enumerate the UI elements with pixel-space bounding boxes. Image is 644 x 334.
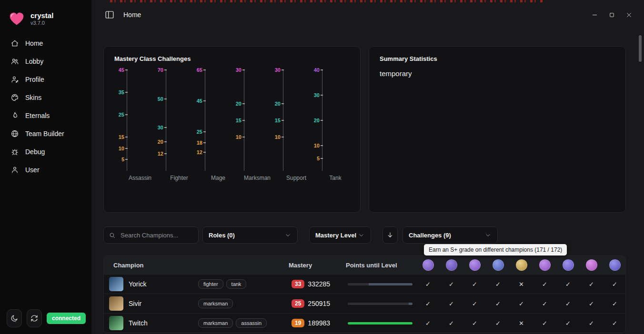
- champion-portrait: [109, 277, 123, 291]
- champion-name: Yorick: [129, 280, 198, 288]
- axis-tick-label: 20: [310, 118, 320, 123]
- check-icon: ✓: [612, 281, 617, 288]
- sidebar-footer: connected: [0, 309, 91, 327]
- sort-direction-button[interactable]: [382, 226, 398, 244]
- challenge-icon[interactable]: [563, 259, 574, 271]
- check-icon: ✓: [542, 281, 547, 288]
- y-axis-line: [127, 70, 127, 171]
- axis-tick-label: 5: [310, 156, 320, 161]
- axis-tick-label: 20: [271, 101, 281, 106]
- sidebar-item-lobby[interactable]: Lobby: [6, 53, 86, 69]
- champions-table-header: Champion Mastery Points until Level: [104, 256, 625, 274]
- search-icon: [109, 232, 116, 239]
- sidebar-item-debug[interactable]: Debug: [6, 144, 86, 160]
- sidebar-item-user[interactable]: User: [6, 162, 86, 178]
- sidebar-toggle-icon[interactable]: [104, 10, 115, 20]
- points-progress-bar: [348, 303, 413, 305]
- refresh-button[interactable]: [27, 309, 42, 327]
- check-icon: ✓: [449, 281, 454, 288]
- mastery-level-dropdown[interactable]: Mastery Level: [309, 226, 371, 244]
- mastery-level-badge: 19: [292, 319, 304, 327]
- titlebar: Home: [92, 0, 644, 29]
- check-icon: ✓: [589, 300, 594, 307]
- sidebar-item-eternals[interactable]: Eternals: [6, 108, 86, 124]
- axis-tick-mark: [321, 158, 323, 159]
- chart-category-label: Assassin: [114, 175, 153, 181]
- axis-tick-mark: [125, 159, 128, 160]
- check-icon: ✓: [425, 300, 431, 307]
- roles-dropdown-label: Roles (0): [209, 232, 235, 239]
- check-icon: ✓: [612, 300, 617, 307]
- challenge-icon[interactable]: [586, 259, 597, 271]
- scrollbar-thumb[interactable]: [639, 35, 642, 62]
- sidebar-item-team-builder[interactable]: Team Builder: [6, 126, 86, 142]
- roles-dropdown[interactable]: Roles (0): [202, 226, 298, 244]
- table-row-twitch[interactable]: Twitchmarksmanassassin19189983✓✓✓✓✕✓✓✓✓: [104, 313, 625, 333]
- role-tags: marksman: [198, 299, 233, 308]
- chart-category-label: Marksman: [231, 175, 271, 181]
- check-icon: ✓: [449, 320, 454, 327]
- scrollbar-track: [639, 29, 642, 331]
- challenge-icon[interactable]: [493, 259, 504, 271]
- challenges-dropdown[interactable]: Challenges (9): [402, 226, 498, 244]
- app-window: crystal v3.7.0 HomeLobbyProfileSkinsEter…: [0, 0, 644, 334]
- axis-tick-mark: [164, 127, 167, 128]
- sidebar-item-home[interactable]: Home: [6, 35, 86, 51]
- sidebar-item-profile[interactable]: Profile: [6, 71, 86, 88]
- table-row-sivir[interactable]: Sivirmarksman25250915✓✓✓✓✓✓✓✓✓: [104, 294, 625, 313]
- axis-tick-mark: [282, 120, 284, 121]
- close-button[interactable]: [620, 7, 637, 22]
- challenge-icon[interactable]: [516, 259, 527, 271]
- chart-category-label: Mage: [192, 175, 231, 181]
- cross-icon: ✕: [519, 281, 524, 288]
- check-icon: ✓: [565, 281, 571, 288]
- challenge-icon[interactable]: [423, 259, 434, 271]
- chart-group-tank: 403020105Tank: [310, 70, 349, 181]
- minimize-button[interactable]: [586, 7, 603, 22]
- chevron-down-icon: [284, 232, 292, 239]
- axis-tick-label: 25: [114, 112, 124, 118]
- axis-tick-label: 5: [114, 157, 124, 162]
- mastery-level-dropdown-label: Mastery Level: [315, 232, 356, 239]
- challenge-icon[interactable]: [609, 259, 621, 271]
- axis-tick-label: 50: [153, 96, 163, 101]
- check-icon: ✓: [495, 320, 501, 327]
- check-icon: ✓: [495, 300, 501, 307]
- points-progress-bar: [348, 322, 413, 324]
- check-icon: ✓: [542, 300, 547, 307]
- search-champions-input[interactable]: [120, 231, 193, 239]
- axis-tick-mark: [282, 103, 284, 104]
- page-title: Home: [123, 11, 141, 19]
- check-icon: ✓: [425, 281, 431, 288]
- challenges-dropdown-label: Challenges (9): [409, 232, 451, 239]
- theme-toggle-button[interactable]: [7, 309, 22, 327]
- table-row-yorick[interactable]: Yorickfightertank33332285✓✓✓✓✕✓✓✓✓: [104, 274, 625, 294]
- champion-portrait: [109, 316, 123, 330]
- home-icon: [10, 39, 19, 48]
- user-icon: [10, 166, 19, 174]
- axis-tick-mark: [125, 92, 128, 93]
- axis-tick-label: 45: [192, 98, 202, 104]
- app-title: crystal: [30, 11, 53, 20]
- window-controls: [586, 7, 637, 22]
- app-brand: crystal v3.7.0: [0, 7, 91, 35]
- minimize-icon: [591, 11, 598, 19]
- sidebar-item-label: Eternals: [25, 112, 50, 119]
- axis-tick-label: 40: [310, 68, 320, 73]
- chart-category-label: Support: [271, 175, 310, 181]
- check-icon: ✓: [612, 320, 617, 327]
- sidebar-item-skins[interactable]: Skins: [6, 89, 86, 106]
- challenge-icon[interactable]: [469, 259, 481, 271]
- axis-tick-label: 15: [114, 135, 124, 140]
- chart-group-assassin: 45352515105Assassin: [114, 70, 153, 181]
- filter-bar: Roles (0) Mastery Level Challenges (9): [103, 226, 626, 244]
- chart-category-label: Tank: [310, 175, 349, 181]
- y-axis-line: [166, 70, 166, 171]
- maximize-button[interactable]: [603, 7, 620, 22]
- challenge-icon[interactable]: [539, 259, 551, 271]
- arrow-down-icon: [386, 231, 394, 239]
- axis-tick-label: 45: [114, 68, 124, 73]
- check-icon: ✓: [565, 300, 571, 307]
- axis-tick-mark: [125, 148, 128, 149]
- challenge-icon[interactable]: [446, 259, 457, 271]
